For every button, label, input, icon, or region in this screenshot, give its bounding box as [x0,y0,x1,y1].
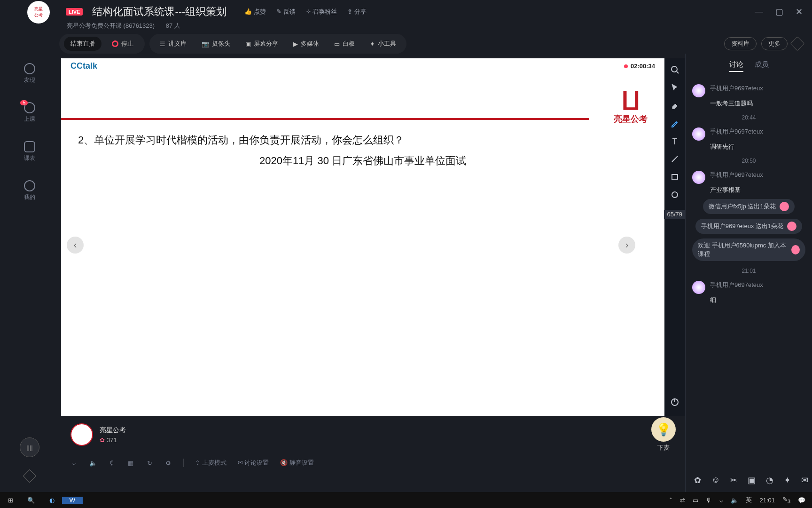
close-button[interactable]: ✕ [796,7,803,17]
mic-icon[interactable]: 🎙 [108,459,116,467]
tray-stylus-icon[interactable]: ✎3 [782,496,790,504]
screen-share-button[interactable]: ▣ 屏幕分享 [240,37,284,51]
rail-profile[interactable]: 我的 [24,180,35,201]
chat-timestamp: 20:50 [692,158,805,164]
maximize-button[interactable]: ▢ [775,7,783,17]
gear-icon[interactable]: ⚙ [164,459,172,467]
flower-button[interactable]: ✿ [694,475,701,485]
windows-taskbar: ⊞ 🔍 ◐ W ˄ ⇄ ▭ 🎙 ⌵ 🔈 英 21:01 ✎3 💬 [0,492,812,508]
text-icon[interactable] [670,136,679,146]
rail-class[interactable]: 5上课 [24,102,35,123]
grid-icon[interactable]: ▦ [127,459,134,467]
chat-panel: 讨论 成员 手机用户9697eteux一般考三道题吗20:44手机用户9697e… [685,54,812,492]
person-icon [24,180,35,191]
chat-actions: ✿ ☺ ✂ ▣ ◔ ✦ ✉ [686,468,812,492]
chat-avatar[interactable] [692,127,705,141]
gadgets-button[interactable]: ✦ 小工具 [364,37,402,51]
camera-button[interactable]: 📷 摄像头 [196,37,236,51]
comment-icon[interactable]: ✉ [801,475,808,485]
tray-battery-icon[interactable]: ▭ [693,497,698,504]
chat-message: 手机用户9697eteux一般考三道题吗 [692,84,805,108]
invite-button[interactable]: ✧ 召唤粉丝 [306,8,337,16]
image-button[interactable]: ▣ [748,475,756,485]
circle-icon[interactable] [670,190,679,199]
chat-avatar[interactable] [692,84,705,97]
bottom-toolbar: ⌵ 🔈 🎙 ▦ ↻ ⚙ ⇧ 上麦模式 ✉ 讨论设置 🔇 静音设置 [61,453,685,472]
tray-ime[interactable]: 英 [746,496,752,504]
pointer-icon[interactable] [670,83,679,92]
more-button[interactable]: 更多 [761,37,788,50]
zoom-icon[interactable] [670,65,679,74]
tab-discuss[interactable]: 讨论 [729,60,743,72]
lecture-library-button[interactable]: ☰ 讲义库 [154,37,192,51]
toolbar-right: 资料库 更多 [724,37,803,50]
feedback-button[interactable]: ✎ 反馈 [276,8,296,16]
stop-button[interactable]: 停止 [105,37,140,51]
slide-logo: ⵡ 亮星公考 [614,88,648,125]
speaker-flowers: ✿371 [100,437,126,444]
tab-members[interactable]: 成员 [755,60,769,72]
tray-chevron-icon[interactable]: ˄ [669,497,672,504]
teaching-tools-pill: ☰ 讲义库 📷 摄像头 ▣ 屏幕分享 ▶ 多媒体 ▭ 白板 ✦ 小工具 [149,34,406,54]
tray-sync-icon[interactable]: ⇄ [680,497,685,504]
tray-mic-icon[interactable]: 🎙 [706,497,712,504]
tray-volume-icon[interactable]: 🔈 [731,497,738,504]
chat-timestamp: 20:44 [692,114,805,121]
end-live-button[interactable]: 结束直播 [64,37,102,51]
rail-schedule[interactable]: 课表 [24,141,35,162]
search-button[interactable]: 🔍 [21,497,41,504]
task-app-1[interactable]: ◐ [41,497,62,504]
chat-message: 手机用户9697eteux调研先行 [692,127,805,151]
chat-gift: 欢迎 手机用户6590iupmc 加入本课程 [692,238,805,261]
mic-mode-button[interactable]: ⇧ 上麦模式 [195,459,226,467]
minimize-button[interactable]: — [755,7,763,17]
power-icon[interactable] [670,397,679,406]
flower-icon [787,222,796,231]
resource-library-button[interactable]: 资料库 [724,37,757,50]
scissors-icon[interactable]: ✂ [730,475,737,485]
rail-discover[interactable]: 发现 [24,63,35,84]
settings-hex-icon[interactable] [23,469,36,483]
refresh-icon[interactable]: ↻ [146,459,153,467]
tray-notifications-icon[interactable]: 💬 [798,497,805,504]
chat-message: 手机用户9697eteux细 [692,281,805,304]
chat-body[interactable]: 手机用户9697eteux一般考三道题吗20:44手机用户9697eteux调研… [686,77,812,468]
task-app-2[interactable]: W [62,497,83,504]
emoji-button[interactable]: ☺ [711,475,720,485]
rect-icon[interactable] [670,172,679,182]
whiteboard-button[interactable]: ▭ 白板 [328,37,360,51]
share-button[interactable]: ⇪ 分享 [347,8,367,16]
settings-icon[interactable] [790,36,804,51]
user-avatar[interactable]: |||| [20,437,39,457]
mute-settings-button[interactable]: 🔇 静音设置 [280,459,314,467]
course-name: 亮星公考免费公开课 (86761323) [67,22,155,29]
multimedia-button[interactable]: ▶ 多媒体 [288,37,325,51]
prev-slide-button[interactable]: ‹ [67,237,84,254]
live-control-pill: 结束直播 停止 [59,34,145,54]
speaker-avatar[interactable] [70,423,93,446]
flower-icon: ✿ [100,437,105,444]
line-icon[interactable] [670,154,679,164]
chat-text: 细 [710,296,805,304]
start-button[interactable]: ⊞ [0,497,21,504]
eraser-icon[interactable] [670,101,679,110]
chat-text: 一般考三道题吗 [710,99,805,108]
next-slide-button[interactable]: › [618,237,635,254]
chat-timestamp: 21:01 [692,268,805,274]
subtitle-row: 亮星公考免费公开课 (86761323) 87 人 [0,22,812,34]
pen-icon[interactable] [670,119,679,128]
clock-icon[interactable]: ◔ [766,475,773,485]
title-actions: 👍 点赞 ✎ 反馈 ✧ 召唤粉丝 ⇪ 分享 [244,8,367,16]
speaker-icon[interactable]: 🔈 [89,459,97,467]
gift-icon[interactable]: ✦ [784,475,791,485]
discuss-settings-button[interactable]: ✉ 讨论设置 [238,459,269,467]
annotation-toolbar: 65/79 [664,58,685,416]
wifi-icon[interactable]: ⌵ [70,459,78,467]
like-button[interactable]: 👍 点赞 [244,8,266,16]
org-avatar[interactable]: 亮星公考 [27,1,50,24]
mic-toggle[interactable]: 💡 下麦 [651,417,676,452]
chat-avatar[interactable] [692,281,705,294]
tray-clock[interactable]: 21:01 [759,497,775,504]
chat-avatar[interactable] [692,171,705,184]
tray-wifi-icon[interactable]: ⌵ [719,497,723,504]
